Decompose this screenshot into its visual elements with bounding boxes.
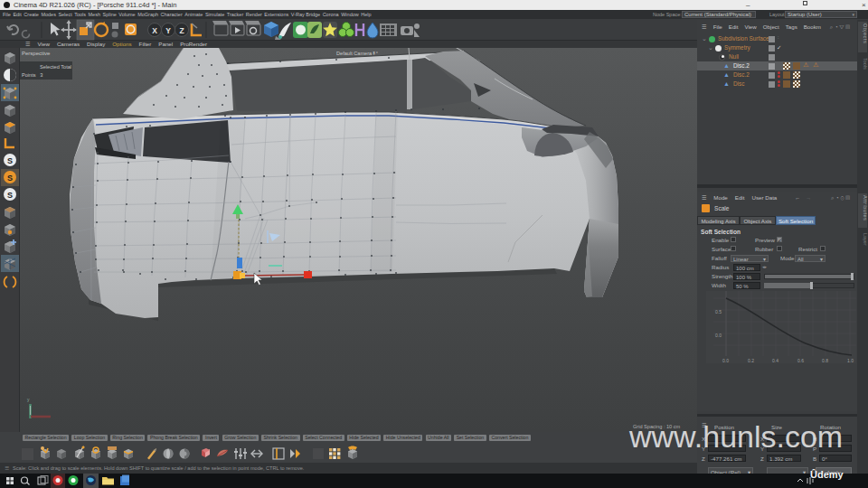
svg-text:X: X (152, 26, 157, 35)
svg-text:0.0: 0.0 (715, 333, 722, 338)
svg-text:S: S (7, 156, 13, 165)
svg-text:0.4: 0.4 (772, 358, 778, 363)
svg-text:0.2: 0.2 (748, 358, 754, 363)
svg-text:Perspective: Perspective (22, 51, 51, 56)
svg-text:Selected Total: Selected Total (40, 64, 71, 70)
svg-text:0.0: 0.0 (722, 358, 729, 363)
svg-text:0.8: 0.8 (822, 358, 828, 363)
svg-text:0.5: 0.5 (715, 309, 722, 314)
svg-text:1.0: 1.0 (847, 358, 854, 363)
svg-text:Points 3: Points 3 (22, 72, 42, 78)
svg-text:Y: Y (165, 26, 171, 35)
svg-text:0.6: 0.6 (797, 358, 804, 363)
svg-text:S: S (7, 191, 13, 200)
svg-text:S: S (7, 174, 13, 183)
svg-text:Z: Z (179, 26, 184, 35)
svg-text:Default Camera↟°: Default Camera↟° (336, 51, 378, 56)
